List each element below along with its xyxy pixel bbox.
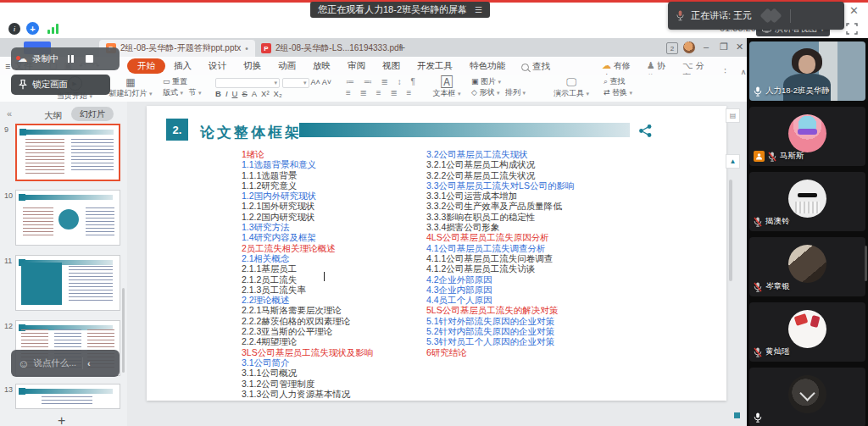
font-size-select[interactable] [282,78,309,88]
minimize-button[interactable]: – [704,41,709,52]
stage-tool-button[interactable]: ▤ [726,108,740,123]
outline-line[interactable]: 2.1.2员工流失 [242,274,373,285]
outline-line[interactable]: 5.1针对外部流失原因的企业对策 [426,316,574,326]
outline-line[interactable]: 3.1公司简介 [242,357,373,368]
network-signal-icon[interactable] [47,24,60,34]
format-button[interactable]: A [252,88,257,99]
stop-recording-button[interactable] [86,55,93,63]
outline-line[interactable]: 3.3公司基层员工流失对LS公司的影响 [426,180,574,191]
participant-tile[interactable]: 揭澳铃 [749,172,865,231]
tab-slides[interactable]: 幻灯片 [71,107,114,121]
outline-line[interactable]: 2.1.3员工流失率 [242,285,373,295]
menu-tab[interactable]: 插入 [165,58,200,74]
outline-line[interactable]: 1.4研究内容及框架 [242,232,373,242]
menu-tab[interactable]: 设计 [200,58,235,74]
outline-line[interactable]: 3.3.3影响在职员工的稳定性 [426,212,574,222]
outline-line[interactable]: 4.1公司基层员工流失调查分析 [426,243,574,253]
outline-line[interactable]: 1.2国内外研究现状 [242,191,373,201]
restore-button[interactable]: ❐ [720,41,728,53]
chat-input-overlay[interactable]: ☺ 说点什么... ‹ [11,350,120,377]
new-slide-button[interactable]: ▦ 新建幻灯片 ▾ [105,76,156,99]
reset-button[interactable]: ▭ 重置 [163,76,202,87]
banner-menu-icon[interactable]: ☰ [475,5,482,14]
outline-line[interactable]: 3.2.2公司基层员工流失状况 [426,170,574,180]
lock-screen-overlay[interactable]: 锁定画面 [11,75,110,95]
outline-line[interactable]: 1.2.1国外研究现状 [242,201,373,211]
close-button[interactable]: ✕ [736,41,743,53]
format-button[interactable]: B [215,88,221,99]
search-control[interactable]: 查找 [521,61,550,73]
format-button[interactable]: X₂ [274,88,282,99]
slide-scrollbar[interactable] [729,180,732,281]
slide-thumbnail[interactable]: 13 [15,384,120,409]
menu-tab[interactable]: 开始 [127,58,165,74]
outline-line[interactable]: 1.1.2研究意义 [242,180,373,191]
outline-line[interactable]: 6研究结论 [426,347,574,357]
font-family-select[interactable] [215,78,280,88]
add-icon[interactable]: + [26,22,39,35]
outline-line[interactable]: 4.1.2公司基层员工流失访谈 [426,263,574,274]
outline-line[interactable]: 1.1.1选题背景 [242,170,373,180]
find-button[interactable]: ⌕ 查找 [604,76,632,87]
outline-line[interactable]: 3LS公司基层员工流失现状及影响 [242,347,373,357]
grow-font-icon[interactable]: A˄ [311,78,320,86]
new-tab-button[interactable]: + [398,41,405,54]
slide-canvas[interactable]: 2. 论文整体框架 1绪论1.1选题背景和意义1.1.1选题背景1.1.2研究意… [147,106,726,401]
outline-line[interactable]: 2.1.1基层员工 [242,263,373,274]
outline-line[interactable]: 3.3.2公司生产效率及产品质量降低 [426,201,574,211]
window-count-badge[interactable]: 2 [666,42,678,54]
outline-line[interactable]: 2.2.3亚当斯的公平理论 [242,326,373,336]
menu-tab[interactable]: 切换 [235,58,270,74]
outline-line[interactable]: 1.1选题背景和意义 [242,159,373,169]
outline-line[interactable]: 3.1.1公司概况 [242,368,373,378]
participant-tile[interactable]: 岑章银 [749,237,865,296]
format-button[interactable]: X² [261,88,270,99]
outline-line[interactable]: 2.2.4期望理论 [242,336,373,346]
menu-tab[interactable]: 开发工具 [409,58,461,74]
outline-line[interactable]: 2员工流失相关理论概述 [242,243,373,253]
account-avatar[interactable] [683,41,695,53]
tab-outline[interactable]: 大纲 [44,110,62,122]
stage-up-button[interactable]: ▲ [726,154,740,169]
outline-line[interactable]: 2.1相关概念 [242,253,373,263]
outline-line[interactable]: 3.3.1公司运营成本增加 [426,191,574,201]
panel-scrollbar[interactable] [122,288,125,373]
outline-line[interactable]: 4.3企业内部原因 [426,285,574,295]
outline-line[interactable]: 1.3研究方法 [242,222,373,232]
outline-line[interactable]: 2.2.1马斯洛需要层次理论 [242,305,373,315]
outline-line[interactable]: 5.2针对内部流失原因的企业对策 [426,326,574,336]
meeting-close-button[interactable]: ✕ [849,4,859,17]
outline-line[interactable]: 3.2.1公司基层员工构成状况 [426,159,574,169]
participant-tile[interactable]: 黄灿瑶 [749,302,865,362]
paragraph-group[interactable]: ≔ ≕ ≣ ↕ ¶ ≡ ≣ ≡ ≣ ≡ [346,76,419,98]
arrange-button[interactable]: 排列 ▾ [505,88,526,97]
format-button[interactable]: S [242,88,247,99]
menu-tab[interactable]: 审阅 [339,58,374,74]
shape-button[interactable]: ◇ 形状 ▾ [471,88,499,97]
outline-line[interactable]: 1绪论 [242,149,373,159]
collapse-chat-icon[interactable]: ‹ [87,358,91,368]
format-button[interactable]: I [225,88,228,99]
menu-tab[interactable]: 动画 [270,58,304,74]
outline-line[interactable]: 4.2企业外部原因 [426,274,574,285]
picture-button[interactable]: ▣ 图片 ▾ [471,76,526,87]
emoji-icon[interactable]: ☺ [18,357,29,370]
textbox-button[interactable]: 🄰 文本框 ▾ [428,76,465,99]
shrink-font-icon[interactable]: A˅ [322,78,331,86]
menu-tab[interactable]: 特色功能 [461,58,514,74]
outline-line[interactable]: 3.1.3公司人力资源基本情况 [242,389,373,399]
panel-collapse-button[interactable]: « [7,108,12,119]
menu-tab[interactable]: 视图 [374,58,409,74]
replace-button[interactable]: ⇄ 替换 ▾ [604,87,632,98]
outline-line[interactable]: 5LS公司基层员工流失的解决对策 [426,305,574,315]
document-tab[interactable]: P 2组-08-吴华静-开题答辩ppt.pptx • [99,40,255,57]
outline-line[interactable]: 5.3针对员工个人原因的企业对策 [426,336,574,346]
format-button[interactable]: U [232,88,238,99]
outline-line[interactable]: 4LS公司基层员工流失原因分析 [426,232,574,242]
present-tools-button[interactable]: 🖵 演示工具 ▾ [549,76,593,99]
layout-button[interactable]: 版式 ▾ [163,88,183,97]
participant-tile[interactable]: 人力18-2班吴华静 [749,41,865,101]
slide-thumbnail[interactable]: 10 [15,190,120,246]
document-tab[interactable]: P 2组-08-吴华静-LS...16194333.pdf [254,40,412,57]
participant-tile[interactable]: 马斯斯 [749,107,865,166]
